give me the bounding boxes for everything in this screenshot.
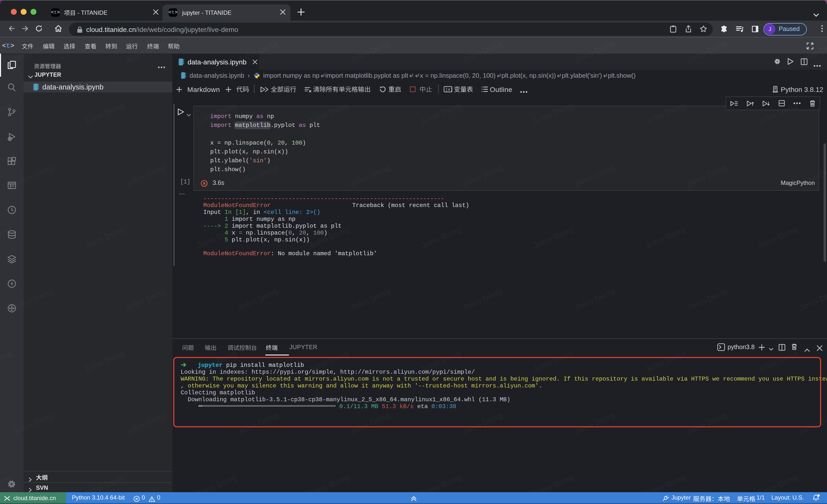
- svg-text:(x): (x): [445, 88, 453, 92]
